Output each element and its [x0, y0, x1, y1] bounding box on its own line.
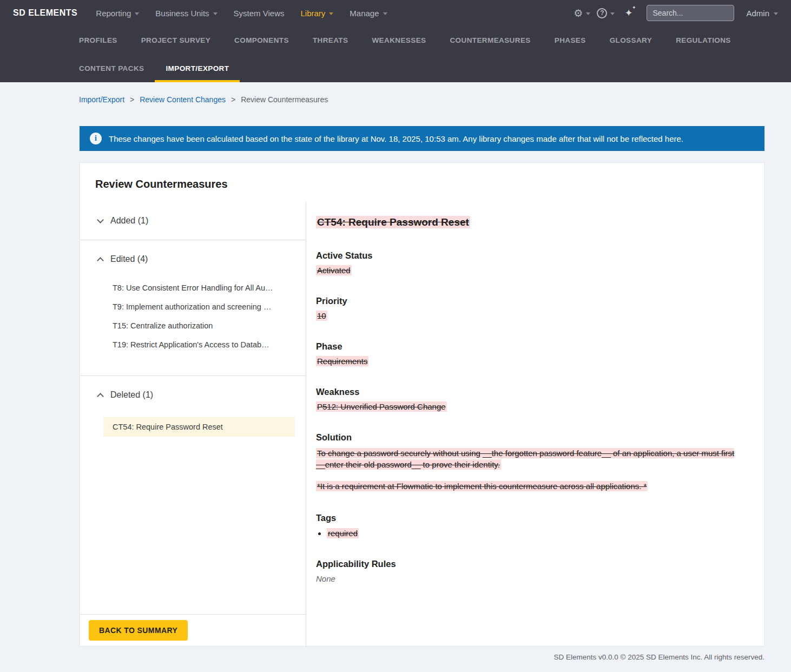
detail-title-text: CT54: Require Password Reset [316, 216, 470, 228]
tab-threats[interactable]: THREATS [313, 36, 348, 44]
spacer [80, 444, 306, 614]
library-tabs-row: PROFILES PROJECT SURVEY COMPONENTS THREA… [0, 26, 791, 54]
menu-manage[interactable]: Manage [350, 9, 387, 18]
gear-icon: ⚙ [574, 8, 583, 18]
nav-right-tools: ⚙ ? ✦ ✦ Admin [574, 5, 778, 21]
tab-weaknesses[interactable]: WEAKNESSES [372, 36, 426, 44]
settings-menu-button[interactable]: ⚙ [574, 8, 590, 18]
menu-library[interactable]: Library [300, 9, 333, 18]
footer-text: SD Elements v0.0.0 © 2025 SD Elements In… [553, 653, 764, 661]
ai-assistant-button[interactable]: ✦ ✦ [624, 7, 632, 19]
admin-menu-button[interactable]: Admin [746, 9, 778, 18]
menu-business-units[interactable]: Business Units [155, 9, 217, 18]
list-item[interactable]: T15: Centralize authorization [80, 316, 306, 335]
detail-title: CT54: Require Password Reset [316, 216, 738, 228]
tab-project-survey[interactable]: PROJECT SURVEY [141, 36, 210, 44]
section-edited-label: Edited (4) [110, 254, 148, 264]
top-navigation: SD ELEMENTS Reporting Business Units Sys… [0, 0, 791, 82]
solution-paragraph-text: *It is a requirement at Flowmatic to imp… [316, 481, 648, 491]
tab-profiles[interactable]: PROFILES [79, 36, 117, 44]
section-deleted-toggle[interactable]: Deleted (1) [80, 376, 306, 414]
chevron-down-icon [97, 216, 104, 223]
field-phase: Phase Requirements [316, 341, 738, 366]
help-icon: ? [597, 8, 607, 18]
chevron-down-icon [135, 12, 139, 15]
page-footer: SD Elements v0.0.0 © 2025 SD Elements In… [80, 653, 764, 666]
section-added-label: Added (1) [110, 216, 148, 226]
main-menu: Reporting Business Units System Views Li… [96, 9, 387, 18]
breadcrumb-import-export[interactable]: Import/Export [79, 95, 124, 104]
primary-nav-row: SD ELEMENTS Reporting Business Units Sys… [0, 0, 791, 26]
tab-regulations[interactable]: REGULATIONS [676, 36, 731, 44]
changes-sidebar: Added (1) Edited (4) T8: Use Consistent … [80, 202, 306, 646]
chevron-down-icon [213, 12, 217, 15]
sub-tabs-row: CONTENT PACKS IMPORT/EXPORT [0, 54, 791, 82]
section-added-toggle[interactable]: Added (1) [80, 202, 306, 240]
menu-reporting-label: Reporting [96, 9, 131, 18]
sparkle-mini-icon: ✦ [632, 5, 636, 10]
field-weakness: Weakness P512: Unverified Password Chang… [316, 387, 738, 411]
menu-reporting[interactable]: Reporting [96, 9, 139, 18]
field-value: P512: Unverified Password Change [316, 402, 738, 411]
tab-countermeasures[interactable]: COUNTERMEASURES [450, 36, 530, 44]
field-label: Solution [316, 432, 738, 443]
list-item[interactable]: T9: Implement authorization and screenin… [80, 297, 306, 316]
admin-label: Admin [746, 9, 769, 18]
field-value-text: 10 [316, 311, 327, 321]
chevron-down-icon [329, 12, 333, 15]
field-priority: Priority 10 [316, 296, 738, 320]
list-item[interactable]: T8: Use Consistent Error Handling for Al… [80, 278, 306, 297]
field-solution: Solution To change a password securely w… [316, 432, 738, 492]
field-value: Requirements [316, 357, 738, 366]
list-item-selected[interactable]: CT54: Require Password Reset [103, 417, 295, 437]
solution-paragraph: *It is a requirement at Flowmatic to imp… [316, 480, 738, 492]
tag-item: required [327, 529, 738, 538]
chevron-down-icon [774, 12, 778, 15]
chevron-up-icon [97, 393, 104, 400]
solution-paragraph: To change a password securely without us… [316, 447, 738, 470]
tags-list: required [327, 529, 738, 538]
tab-glossary[interactable]: GLOSSARY [610, 36, 652, 44]
back-to-summary-button[interactable]: BACK TO SUMMARY [89, 620, 188, 641]
info-icon: i [90, 133, 102, 144]
info-banner: i These changes have been calculated bas… [80, 126, 764, 151]
breadcrumb-review-content-changes[interactable]: Review Content Changes [140, 95, 226, 104]
search-input[interactable] [647, 5, 734, 21]
menu-manage-label: Manage [350, 9, 379, 18]
field-label: Tags [316, 513, 738, 523]
page-title: Review Countermeasures [80, 163, 764, 190]
info-banner-text: These changes have been calculated based… [109, 134, 683, 143]
section-edited-toggle[interactable]: Edited (4) [80, 240, 306, 278]
tab-content-packs[interactable]: CONTENT PACKS [68, 54, 155, 82]
list-item[interactable]: T19: Restrict Application's Access to Da… [80, 335, 306, 354]
breadcrumb-separator: > [231, 95, 235, 104]
field-value: Activated [316, 266, 738, 275]
tab-phases[interactable]: PHASES [555, 36, 586, 44]
menu-system-views[interactable]: System Views [234, 9, 285, 18]
tab-components[interactable]: COMPONENTS [234, 36, 289, 44]
menu-system-views-label: System Views [234, 9, 285, 18]
tab-import-export[interactable]: IMPORT/EXPORT [155, 54, 240, 82]
chevron-down-icon [383, 12, 387, 15]
help-menu-button[interactable]: ? [597, 8, 615, 18]
edited-items-list: T8: Use Consistent Error Handling for Al… [80, 278, 306, 375]
field-value-text: Requirements [316, 356, 368, 366]
sidebar-footer: BACK TO SUMMARY [80, 614, 306, 646]
field-applicability-rules: Applicability Rules None [316, 559, 738, 583]
field-value: 10 [316, 311, 738, 320]
solution-paragraph-text: To change a password securely without us… [316, 448, 734, 470]
review-countermeasures-card: Review Countermeasures Added (1) Edited … [80, 162, 764, 647]
section-deleted-label: Deleted (1) [110, 390, 153, 400]
breadcrumb-current: Review Countermeasures [241, 95, 328, 104]
field-label: Priority [316, 296, 738, 306]
chevron-down-icon [586, 12, 590, 15]
chevron-up-icon [97, 257, 104, 264]
panel-layout: Added (1) Edited (4) T8: Use Consistent … [80, 202, 764, 646]
breadcrumb: Import/Export > Review Content Changes >… [0, 82, 791, 104]
field-value-text: Activated [316, 265, 352, 275]
field-tags: Tags required [316, 513, 738, 538]
field-label: Applicability Rules [316, 559, 738, 569]
sd-elements-logo: SD ELEMENTS [13, 8, 77, 18]
countermeasure-detail: CT54: Require Password Reset Active Stat… [306, 202, 764, 646]
field-value-text: P512: Unverified Password Change [316, 401, 447, 412]
